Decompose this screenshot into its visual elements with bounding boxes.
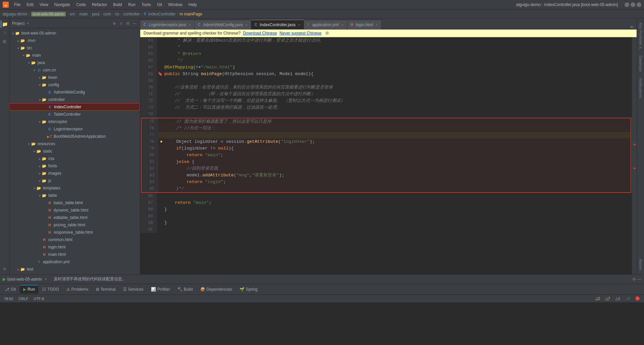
rs-key-promoter[interactable]: Key Promoter X <box>638 20 643 52</box>
bottom-tab-terminal[interactable]: ⊞ Terminal <box>93 285 119 294</box>
tree-item-images[interactable]: ▸ 📂 images <box>9 170 140 177</box>
panel-minimize-btn[interactable]: — <box>132 21 137 26</box>
status-position[interactable]: 78:62 <box>3 297 15 301</box>
tree-item-logininterceptor[interactable]: ▸ C LoginInterceptor <box>9 125 140 133</box>
tree-item-basic-table[interactable]: ▸ H basic_table.html <box>9 199 140 207</box>
menu-file[interactable]: File <box>11 2 23 8</box>
tab-close-indexcontroller[interactable]: × <box>298 23 300 27</box>
tree-item-table[interactable]: ▾ 📂 table <box>9 192 140 199</box>
menu-run[interactable]: Run <box>125 2 138 8</box>
run-settings-icon[interactable]: ⚙ <box>632 277 636 282</box>
download-chinese-link[interactable]: Download Chinese <box>243 31 277 36</box>
panel-dropdown-icon[interactable]: ▾ <box>27 21 29 25</box>
rs-database[interactable]: Database <box>638 53 643 74</box>
menu-window[interactable]: Window <box>165 2 185 8</box>
breadcrumb-method[interactable]: m mainPage <box>180 12 202 16</box>
tab-close-adminwebconfig[interactable]: × <box>246 23 248 27</box>
menu-help[interactable]: Help <box>186 2 200 8</box>
close-button[interactable]: × <box>637 2 641 7</box>
breadcrumb-indexcontroller[interactable]: IndexController <box>148 12 175 16</box>
tree-item-dynamic-table[interactable]: ▸ H dynamic_table.html <box>9 207 140 214</box>
tree-item-main-html[interactable]: ▸ H main.html <box>9 251 140 258</box>
tree-item-indexcontroller[interactable]: ▸ C IndexController <box>9 103 140 111</box>
tab-indexcontroller[interactable]: C IndexController.java × <box>251 20 304 29</box>
maximize-button[interactable]: □ <box>631 2 635 7</box>
tab-close-appyml[interactable]: × <box>341 23 343 27</box>
tree-item-templates[interactable]: ▾ 📂 templates <box>9 184 140 192</box>
status-git-icon[interactable]: ⎇ <box>624 296 631 301</box>
breadcrumb-project[interactable]: boot-web-05-admin <box>31 12 66 16</box>
tree-item-comcn[interactable]: ▾ ⊟ com.cn <box>9 66 140 74</box>
panel-pin-btn[interactable]: ⊕ <box>112 21 117 26</box>
bottom-tab-problems[interactable]: ⚠ Problems <box>63 285 92 294</box>
status-line-sep[interactable]: CRLF <box>17 297 30 301</box>
sidebar-project-icon[interactable]: 📁 <box>1 20 9 28</box>
bottom-tab-dependencies[interactable]: 📦 Dependencies <box>197 285 236 294</box>
menu-edit[interactable]: Edit <box>24 2 36 8</box>
tree-item-interceptor[interactable]: ▾ 📂 interceptor <box>9 118 140 125</box>
sidebar-structure-icon[interactable]: ≡ <box>1 265 9 273</box>
menu-view[interactable]: View <box>37 2 51 8</box>
bottom-tab-todo[interactable]: ☑ TODO <box>39 285 62 294</box>
tree-item-css[interactable]: ▸ 📂 css <box>9 155 140 162</box>
code-scrollbar[interactable] <box>632 37 637 274</box>
run-minimize-icon[interactable]: — <box>637 277 641 282</box>
tree-item-adminwebconfig[interactable]: ▸ C AdminWebConfig <box>9 89 140 96</box>
tree-item-static[interactable]: ▾ 📂 static <box>9 148 140 155</box>
bottom-tab-spring[interactable]: 🌱 Spring <box>236 285 261 294</box>
run-tab-close[interactable]: × <box>45 277 47 282</box>
menu-navigate[interactable]: Navigate <box>52 2 73 8</box>
menu-build[interactable]: Build <box>110 2 125 8</box>
tree-item-test[interactable]: ▸ 📂 test <box>9 266 140 273</box>
rs-notifications[interactable]: Notifications <box>638 75 643 101</box>
tree-item-appyml[interactable]: ▸ Y application.yml <box>9 258 140 266</box>
panel-settings-btn[interactable]: ⚙ <box>125 21 130 26</box>
tree-item-main[interactable]: ▾ 📂 main <box>9 52 140 59</box>
tree-item-root[interactable]: ▾ 📁 boot-web-05-admin <box>9 30 140 37</box>
sidebar-pullrequest-icon[interactable]: ⚙ <box>1 38 9 46</box>
menu-code[interactable]: Code <box>73 2 89 8</box>
bottom-tab-git[interactable]: ⎇ Git <box>1 285 19 294</box>
tree-item-config[interactable]: ▾ 📂 config <box>9 81 140 89</box>
bottom-tab-profiler[interactable]: 📊 Profiler <box>148 285 173 294</box>
tree-item-controller[interactable]: ▾ 📂 controller <box>9 96 140 103</box>
breadcrumb-atguigu[interactable]: atguigu-demo <box>3 12 27 16</box>
tab-loginhtml[interactable]: H login.html × <box>347 20 382 29</box>
breadcrumb-cn[interactable]: cn <box>115 12 119 16</box>
tree-item-mvn[interactable]: ▸ 📂 .mvn <box>9 37 140 44</box>
tree-item-tablecontroller[interactable]: ▸ C TableController <box>9 111 140 118</box>
tree-item-login[interactable]: ▸ H login.html <box>9 243 140 251</box>
tree-item-fonts[interactable]: ▸ 📂 fonts <box>9 162 140 170</box>
breadcrumb-com[interactable]: com <box>103 12 111 16</box>
panel-collapse-btn[interactable]: ≡ <box>118 21 124 26</box>
tree-item-js[interactable]: ▸ 📂 js <box>9 177 140 184</box>
status-encoding[interactable]: UTF-8 <box>32 297 45 301</box>
tree-item-pricing-table[interactable]: ▸ H pricing_table.html <box>9 221 140 229</box>
tab-appyml[interactable]: Y application.yml × <box>304 20 347 29</box>
bottom-tab-build[interactable]: 🔨 Build <box>174 285 196 294</box>
sidebar-commit-icon[interactable]: ⑂ <box>1 29 9 37</box>
tab-logininterceptor[interactable]: C LoginInterceptor.java × <box>140 20 195 29</box>
tree-item-common[interactable]: ▸ H common.html <box>9 236 140 243</box>
menu-refactor[interactable]: Refactor <box>89 2 110 8</box>
status-warnings[interactable]: △2 <box>594 296 601 301</box>
never-suggest-link[interactable]: Never suggest Chinese <box>280 31 322 36</box>
tab-close-logininterceptor[interactable]: × <box>189 23 191 27</box>
tree-item-java[interactable]: ▾ 📂 java <box>9 59 140 66</box>
tree-item-resources[interactable]: ▾ 📂 resources <box>9 140 140 148</box>
code-editor[interactable]: 63 * 解决：需要在跳转main页面的方法中进行判断，登录之后才能进行访问。 … <box>140 37 632 274</box>
minimize-button[interactable]: ─ <box>625 2 629 7</box>
info-settings-icon[interactable]: ⚙ <box>325 31 329 36</box>
breadcrumb-main[interactable]: main <box>79 12 88 16</box>
tab-adminwebconfig[interactable]: C AdminWebConfig.java × <box>195 20 251 29</box>
tree-item-app[interactable]: ▸ ▶C BootWeb05AdminApplication <box>9 133 140 140</box>
bottom-tab-run[interactable]: ▶ Run <box>20 285 38 294</box>
breadcrumb-java[interactable]: java <box>92 12 99 16</box>
bottom-tab-services[interactable]: ☰ Services <box>120 285 147 294</box>
editor-more-btn[interactable]: ≫ <box>630 24 634 29</box>
status-info[interactable]: △1 <box>614 296 622 301</box>
status-alerts[interactable]: △7 <box>604 296 611 301</box>
tree-item-bean[interactable]: ▸ 📂 bean <box>9 74 140 81</box>
tree-item-editable-table[interactable]: ▸ H editable_table.html <box>9 214 140 221</box>
tree-item-src[interactable]: ▾ 📂 src <box>9 44 140 52</box>
